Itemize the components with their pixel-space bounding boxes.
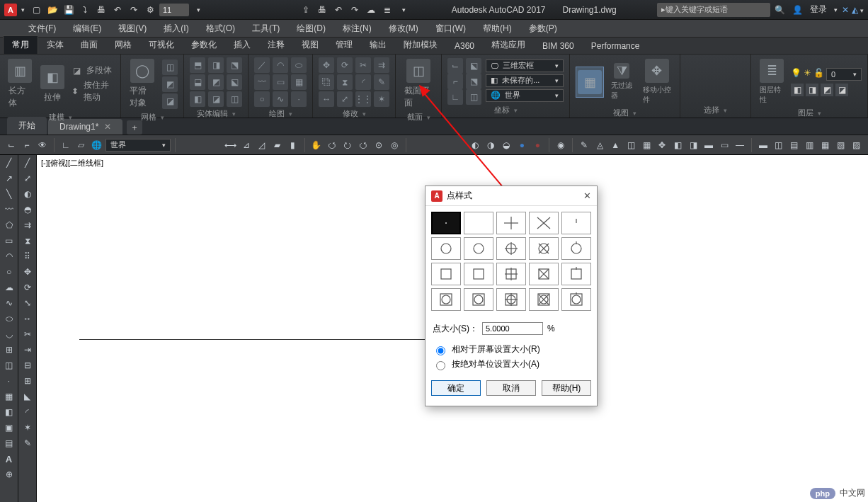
radio-absolute-input[interactable] (436, 361, 445, 370)
tab-solid[interactable]: 实体 (38, 36, 72, 54)
tab-featured[interactable]: 精选应用 (483, 36, 534, 54)
array-icon[interactable]: ⋮⋮ (355, 91, 371, 107)
undo2-icon[interactable]: ↶ (331, 3, 346, 17)
panel-select-title[interactable]: 选择 (704, 103, 727, 118)
solidedit-tool-icon[interactable]: ⬒ (190, 57, 205, 73)
spline-icon[interactable]: ∿ (273, 91, 288, 107)
mod-scale-icon[interactable]: ⤡ (18, 295, 36, 311)
block-icon[interactable]: ◫ (0, 358, 18, 373)
region-icon[interactable]: ▣ (0, 420, 18, 435)
table-icon[interactable]: ▤ (0, 435, 18, 451)
vp2-icon[interactable]: ◫ (772, 137, 786, 153)
world-combo[interactable]: 🌐世界 (486, 89, 564, 102)
app-menu-arrow[interactable]: ▾ (21, 6, 25, 13)
solidedit-tool-icon[interactable]: ◨ (208, 57, 224, 73)
nav1-icon[interactable]: ✎ (577, 137, 591, 153)
nav6-icon[interactable]: ✥ (655, 137, 669, 153)
tab-start[interactable]: 开始 (7, 117, 47, 135)
rect-icon[interactable]: ▭ (273, 74, 288, 90)
insert-icon[interactable]: ⊞ (0, 342, 18, 358)
rectangle-icon[interactable]: ▭ (0, 233, 18, 249)
mirror-icon[interactable]: ⧗ (337, 74, 353, 90)
pstyle-tick[interactable] (561, 212, 591, 234)
close-icon[interactable]: ✕ (583, 190, 591, 201)
share-icon[interactable]: ⇪ (299, 3, 313, 17)
user-icon[interactable]: 👤 (792, 5, 803, 15)
vp4-icon[interactable]: ▥ (803, 137, 817, 153)
solidedit-tool-icon[interactable]: ⬕ (227, 74, 242, 90)
mod-stretch-icon[interactable]: ↔ (18, 311, 36, 326)
presspull-label[interactable]: 按住并拖动 (84, 79, 115, 103)
pstyle-none[interactable] (431, 212, 461, 234)
revcloud-icon[interactable]: ☁ (0, 280, 18, 295)
gear-icon[interactable]: ⚙ (143, 3, 157, 17)
mesh-tool-icon[interactable]: ◩ (162, 76, 178, 92)
pstyle-sq-circle[interactable] (431, 288, 461, 311)
nav3-icon[interactable]: ▲ (608, 137, 622, 153)
orbit4-icon[interactable]: ⊙ (372, 137, 386, 153)
new-icon[interactable]: ▢ (29, 3, 43, 17)
layer-tool-icon[interactable]: ◧ (791, 84, 804, 96)
point-icon[interactable]: · (0, 373, 18, 389)
nav7-icon[interactable]: ◧ (670, 137, 685, 153)
solidedit-tool-icon[interactable]: ◩ (208, 74, 224, 90)
tab-mesh[interactable]: 网格 (106, 36, 140, 54)
nav9-icon[interactable]: ▬ (702, 137, 716, 153)
copy-icon[interactable]: ⿻ (319, 74, 334, 90)
ray-icon[interactable]: ↗ (0, 171, 18, 186)
tab-annotate[interactable]: 注释 (259, 36, 293, 54)
dim5-icon[interactable]: ▮ (286, 137, 300, 153)
spline-icon[interactable]: ∿ (0, 295, 18, 311)
nav11-icon[interactable]: — (733, 137, 747, 153)
orbit2-icon[interactable]: ⭮ (341, 137, 355, 153)
pstyle-circle[interactable] (431, 237, 461, 260)
solidedit-tool-icon[interactable]: ⬓ (190, 74, 205, 90)
panel-draw-title[interactable]: 绘图 (269, 107, 292, 121)
mod-chamfer-icon[interactable]: ◣ (18, 389, 36, 404)
cancel-button[interactable]: 取消 (486, 380, 536, 396)
bulb-icon[interactable]: 💡 (791, 68, 801, 81)
panel-modeling-title[interactable]: 建模 (49, 110, 72, 125)
nav4-icon[interactable]: ◫ (624, 137, 638, 153)
plane-icon[interactable]: ▱ (74, 137, 88, 153)
panel-section-title[interactable]: 截面 (407, 110, 430, 125)
login-dropdown-icon[interactable]: ▾ (834, 6, 838, 13)
help-button[interactable]: 帮助(H) (542, 380, 591, 396)
open-icon[interactable]: 📂 (45, 3, 59, 17)
mod2-icon[interactable]: ◐ (18, 186, 36, 202)
mod-explode-icon[interactable]: ✶ (18, 420, 36, 435)
pstyle-plus[interactable] (496, 212, 526, 234)
polyline-icon[interactable]: 〰 (254, 74, 270, 90)
menu-draw[interactable]: 绘图(D) (290, 21, 333, 37)
help-icon[interactable]: ◭ (852, 5, 858, 15)
view-icon[interactable]: 👁 (35, 137, 50, 153)
ucs2-icon[interactable]: ⌐ (20, 137, 34, 153)
vs3-icon[interactable]: ◒ (499, 137, 513, 153)
mesh-tool-icon[interactable]: ◪ (162, 93, 178, 109)
mod-mirror-icon[interactable]: ⧗ (18, 233, 36, 249)
close-icon[interactable]: ✕ (104, 122, 111, 132)
menu-view[interactable]: 视图(V) (111, 21, 154, 37)
mod-array-icon[interactable]: ⠿ (18, 249, 36, 264)
panel-modify-title[interactable]: 修改 (343, 107, 366, 121)
tab-bim360[interactable]: BIM 360 (534, 38, 583, 54)
ucs-icon[interactable]: ∟ (447, 89, 463, 105)
qat-number-box[interactable]: 11 (159, 4, 189, 16)
vs4-icon[interactable]: ● (515, 137, 529, 153)
gradient-icon[interactable]: ◧ (0, 404, 18, 420)
tab-home[interactable]: 常用 (3, 35, 38, 54)
menu-file[interactable]: 文件(F) (21, 21, 63, 37)
saveas-icon[interactable]: ⤵ (78, 3, 92, 17)
view-style-combo[interactable]: 🖵三维宏框 (486, 59, 564, 72)
infocenter-icon[interactable]: 🔍 (775, 5, 785, 15)
layers-icon[interactable]: ≣ (380, 3, 394, 17)
presspull-icon[interactable]: ⬍ (71, 86, 79, 96)
offset-icon[interactable]: ⇉ (374, 57, 389, 73)
layer-tool-icon[interactable]: ◪ (835, 84, 848, 96)
addsel-icon[interactable]: ⊕ (0, 467, 18, 482)
nav10-icon[interactable]: ▭ (717, 137, 731, 153)
arc-icon[interactable]: ◠ (273, 57, 288, 73)
mod3-icon[interactable]: ◓ (18, 202, 36, 217)
pstyle-sq-x[interactable] (529, 263, 559, 285)
trim-icon[interactable]: ✂ (355, 57, 371, 73)
